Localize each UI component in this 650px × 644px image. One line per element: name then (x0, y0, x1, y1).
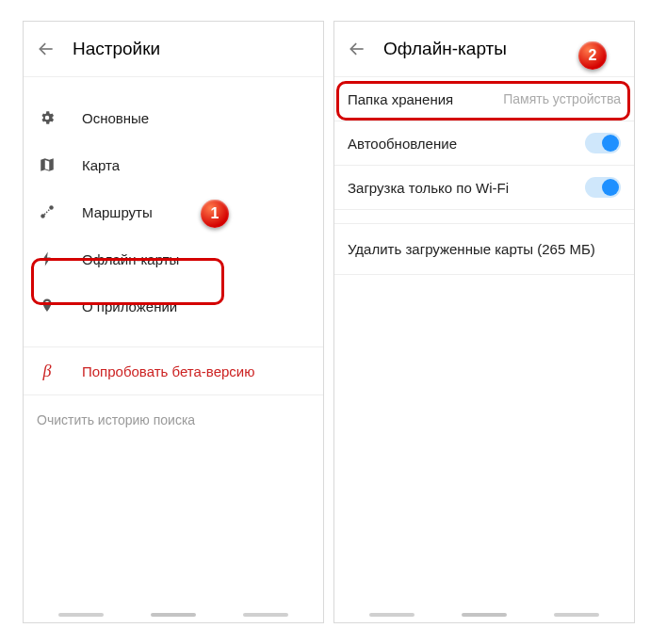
settings-item-offline-maps[interactable]: Офлайн-карты (24, 235, 323, 282)
pin-icon (37, 298, 57, 314)
settings-item-beta[interactable]: β Попробовать бета-версию (24, 347, 323, 394)
delete-maps-label: Удалить загруженные карты (265 МБ) (348, 241, 595, 257)
divider (334, 274, 634, 275)
offline-maps-screen: Офлайн-карты Папка хранения Память устро… (333, 21, 635, 623)
settings-item-label: Основные (82, 110, 149, 126)
system-navbar (24, 613, 323, 619)
storage-folder-value: Память устройства (503, 91, 621, 106)
page-title: Офлайн-карты (383, 39, 507, 59)
settings-item-label: О приложении (82, 298, 177, 314)
clear-history-label: Очистить историю поиска (37, 412, 195, 427)
settings-item-label: Попробовать бета-версию (82, 363, 254, 379)
settings-item-general[interactable]: Основные (24, 94, 323, 141)
back-icon[interactable] (37, 40, 56, 58)
system-navbar (334, 613, 634, 619)
bolt-icon (37, 250, 57, 267)
header: Офлайн-карты (334, 22, 634, 76)
settings-item-routes[interactable]: Маршруты (24, 188, 323, 235)
settings-item-label: Офлайн-карты (82, 251, 179, 267)
clear-search-history[interactable]: Очистить историю поиска (24, 395, 323, 444)
map-icon (37, 156, 57, 173)
autoupdate-row[interactable]: Автообновление (334, 121, 634, 165)
wifi-only-label: Загрузка только по Wi-Fi (348, 180, 509, 196)
settings-item-label: Карта (82, 157, 120, 173)
settings-item-label: Маршруты (82, 204, 153, 220)
route-icon (37, 203, 57, 220)
delete-downloaded-maps[interactable]: Удалить загруженные карты (265 МБ) (334, 224, 634, 274)
wifi-only-row[interactable]: Загрузка только по Wi-Fi (334, 166, 634, 209)
gear-icon (37, 109, 57, 126)
autoupdate-label: Автообновление (348, 136, 457, 152)
settings-item-about[interactable]: О приложении (24, 282, 323, 330)
header: Настройки (24, 22, 323, 76)
storage-folder-row[interactable]: Папка хранения Память устройства (334, 77, 634, 121)
back-icon[interactable] (348, 40, 366, 58)
svg-point-2 (49, 205, 54, 210)
toggle-on[interactable] (585, 133, 621, 153)
toggle-on[interactable] (585, 177, 621, 198)
storage-folder-label: Папка хранения (348, 91, 453, 107)
settings-item-map[interactable]: Карта (24, 141, 323, 188)
page-title: Настройки (73, 39, 160, 59)
beta-icon: β (37, 362, 57, 381)
settings-screen: Настройки Основные Карта Маршруты Офлайн… (23, 21, 324, 623)
